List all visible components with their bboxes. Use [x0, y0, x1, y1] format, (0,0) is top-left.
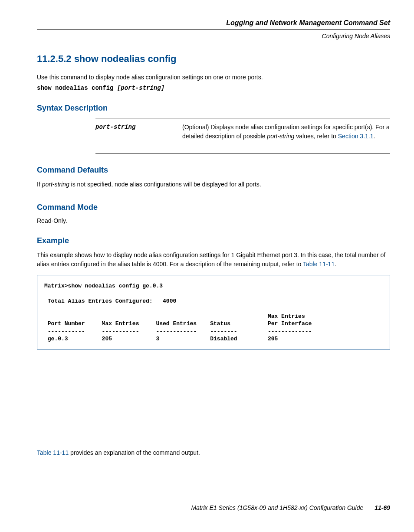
page-header: Logging and Network Management Command S…: [37, 19, 390, 27]
syntax-table-desc: (Optional) Displays node alias configura…: [182, 123, 390, 141]
example-table-link[interactable]: Table 11-11: [303, 261, 335, 268]
footer-page-number: 11-69: [375, 504, 390, 511]
desc-after-1: values, refer to: [294, 133, 338, 140]
header-divider: [37, 29, 390, 30]
desc-italic: port-string: [267, 133, 294, 140]
syntax-table-param: port-string: [95, 123, 182, 141]
command-syntax: show nodealias config [port-string]: [37, 85, 390, 91]
command-mode-text: Read-Only.: [37, 217, 390, 224]
example-intro-text: This example shows how to display node a…: [37, 251, 390, 269]
table-desc-after: provides an explanation of the command o…: [69, 449, 200, 456]
ex-after: .: [335, 261, 336, 268]
section-link[interactable]: Section 3.1.1: [338, 133, 374, 140]
table-desc-link[interactable]: Table 11-11: [37, 449, 69, 456]
example-heading: Example: [37, 236, 390, 245]
section-title: 11.2.5.2 show nodealias config: [37, 53, 390, 65]
syntax-description-heading: Syntax Description: [37, 104, 390, 113]
header-subtitle: Configuring Node Aliases: [37, 33, 390, 39]
cd-before: If: [37, 181, 42, 188]
header-title: Logging and Network Management Command S…: [37, 19, 390, 27]
cd-after: is not specified, node alias configurati…: [69, 181, 261, 188]
intro-text: Use this command to display node alias c…: [37, 73, 390, 82]
syntax-prefix: show nodealias config: [37, 85, 117, 91]
footer-title: Matrix E1 Series (1G58x-09 and 1H582-xx)…: [191, 504, 363, 511]
example-output: Matrix>show nodealias config ge.0.3 Tota…: [44, 283, 312, 343]
command-defaults-heading: Command Defaults: [37, 166, 390, 175]
page-footer: Matrix E1 Series (1G58x-09 and 1H582-xx)…: [37, 504, 390, 511]
command-defaults-text: If port-string is not specified, node al…: [37, 180, 390, 189]
example-output-box: Matrix>show nodealias config ge.0.3 Tota…: [37, 275, 390, 349]
desc-after-2: .: [374, 133, 375, 140]
cd-italic: port-string: [42, 181, 69, 188]
table-description: Table 11-11 provides an explanation of t…: [37, 449, 390, 456]
command-mode-heading: Command Mode: [37, 203, 390, 212]
syntax-table: port-string (Optional) Displays node ali…: [95, 118, 390, 153]
syntax-table-row: port-string (Optional) Displays node ali…: [95, 118, 390, 153]
syntax-param: [port-string]: [117, 85, 164, 91]
